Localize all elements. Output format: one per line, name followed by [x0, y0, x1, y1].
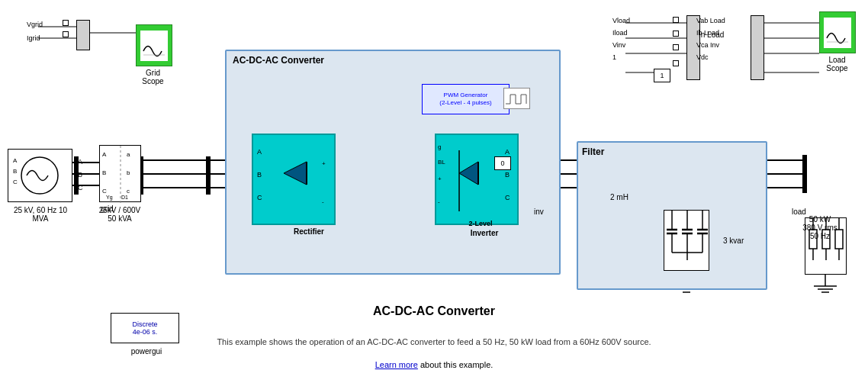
svg-rect-25	[802, 155, 807, 193]
transformer-block: A B C a b c Yg D1	[99, 145, 141, 202]
svg-rect-21	[206, 156, 211, 195]
svg-text:+: +	[438, 175, 442, 182]
bottom-title: AC-DC-AC Converter	[0, 304, 868, 318]
svg-text:BL: BL	[438, 159, 445, 166]
svg-text:A: A	[78, 158, 82, 166]
svg-text:C: C	[78, 184, 83, 192]
svg-text:B: B	[13, 168, 17, 175]
vab-load-terminal	[673, 17, 679, 23]
load-signals: Vload Iload Vinv 1	[612, 17, 630, 61]
svg-marker-94	[459, 162, 478, 185]
load-scope-signal-labels: Vab Load Ib Load Vca Inv Vdc	[696, 17, 725, 61]
constant-0-block: 0	[494, 156, 511, 170]
grid-scope-block[interactable]	[136, 24, 172, 66]
capacitor-label: 3 kvar	[723, 237, 744, 245]
vgrid-terminal	[63, 20, 69, 26]
inverter-label: Inverter	[442, 229, 526, 237]
capacitor-block	[664, 210, 709, 271]
load-specs-label: 50 kW 380 V rms 50 Hz	[793, 215, 847, 240]
svg-text:C: C	[13, 179, 18, 185]
diagram-container: A B C AC-DC-AC Converter Filter A B C 25…	[0, 0, 868, 383]
svg-text:-: -	[322, 198, 324, 205]
rectifier-label: Rectifier	[267, 227, 351, 236]
svg-text:B: B	[102, 169, 106, 176]
transformer-label: 25kV / 600V 50 kVA	[97, 206, 143, 223]
svg-text:A: A	[102, 151, 107, 158]
svg-text:D1: D1	[121, 195, 128, 200]
bottom-link-container: Learn more about this example.	[0, 360, 868, 369]
vca-inv-terminal	[673, 44, 679, 50]
svg-text:+: +	[322, 160, 326, 167]
constant-1-block: 1	[654, 69, 670, 82]
power-source-block: A B C	[8, 149, 72, 202]
svg-text:a: a	[127, 151, 130, 158]
pwm-waveform-display	[503, 88, 530, 109]
svg-text:C: C	[257, 194, 262, 201]
svg-text:-: -	[438, 198, 440, 205]
filter-label: Filter	[582, 146, 604, 157]
load-mux2-block	[751, 15, 764, 80]
in-load-label: In Load	[699, 31, 724, 39]
learn-more-link[interactable]: Learn more	[375, 360, 418, 369]
vgrid-signal: Vgrid Igrid	[27, 21, 43, 42]
ib-load-terminal	[673, 31, 679, 37]
ac-dc-converter-label: AC-DC-AC Converter	[233, 55, 324, 66]
svg-marker-84	[284, 162, 307, 185]
igrid-terminal	[63, 31, 69, 37]
grid-scope-label: Grid Scope	[132, 69, 174, 85]
svg-text:c: c	[127, 188, 130, 195]
load-scope-label: Load Scope	[816, 56, 858, 72]
bottom-description: This example shows the operation of an A…	[0, 337, 868, 346]
rectifier-block: A B C + -	[252, 134, 336, 225]
svg-text:B: B	[78, 171, 82, 179]
svg-text:b: b	[127, 169, 130, 176]
power-source-label: 25 kV, 60 Hz 10 MVA	[6, 206, 75, 223]
svg-text:Yg: Yg	[106, 195, 113, 201]
svg-text:C: C	[102, 188, 107, 195]
inverter-block: g BL A B C + -	[435, 134, 519, 225]
svg-text:A: A	[505, 148, 510, 156]
vdc-terminal	[673, 60, 679, 66]
svg-rect-19	[74, 156, 79, 195]
inv-label: inv	[534, 208, 544, 216]
svg-text:A: A	[13, 157, 18, 164]
svg-text:B: B	[257, 171, 262, 179]
svg-text:g: g	[438, 143, 441, 150]
svg-text:B: B	[505, 171, 510, 179]
pwm-generator-block: PWM Generator (2-Level - 4 pulses)	[422, 84, 510, 114]
grid-mux-block	[76, 20, 90, 50]
svg-text:C: C	[505, 194, 510, 201]
inductor-label: 2 mH	[610, 193, 628, 201]
inverter-type-label: 2-Level	[439, 220, 522, 227]
svg-text:A: A	[257, 148, 262, 156]
powergui-label: powergui	[113, 347, 180, 356]
learn-more-suffix: about this example.	[420, 360, 493, 369]
load-scope-block[interactable]	[819, 11, 856, 53]
